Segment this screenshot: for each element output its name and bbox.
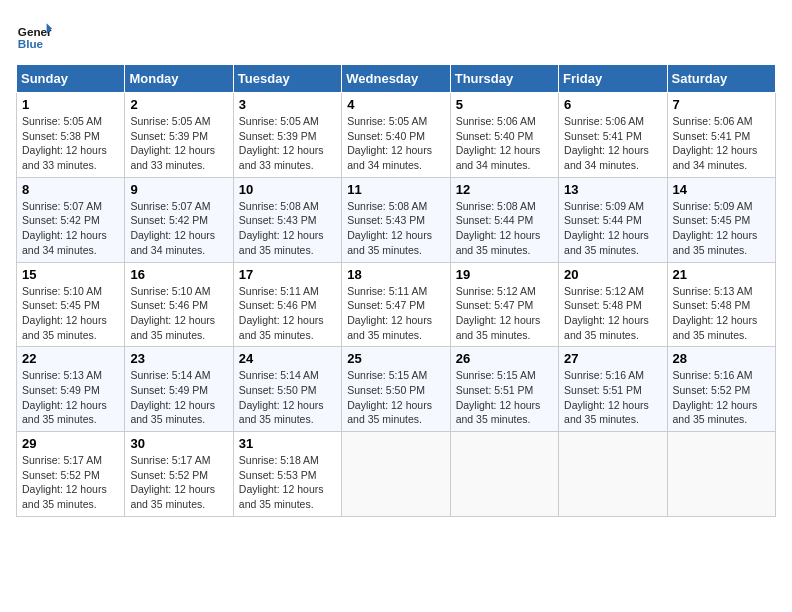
calendar-week-row: 1Sunrise: 5:05 AMSunset: 5:38 PMDaylight… [17, 93, 776, 178]
day-number: 18 [347, 267, 444, 282]
day-number: 7 [673, 97, 770, 112]
day-info: Sunrise: 5:13 AMSunset: 5:48 PMDaylight:… [673, 284, 770, 343]
day-number: 23 [130, 351, 227, 366]
day-number: 30 [130, 436, 227, 451]
day-number: 31 [239, 436, 336, 451]
day-number: 10 [239, 182, 336, 197]
day-info: Sunrise: 5:12 AMSunset: 5:47 PMDaylight:… [456, 284, 553, 343]
day-info: Sunrise: 5:11 AMSunset: 5:46 PMDaylight:… [239, 284, 336, 343]
day-info: Sunrise: 5:16 AMSunset: 5:52 PMDaylight:… [673, 368, 770, 427]
day-info: Sunrise: 5:06 AMSunset: 5:41 PMDaylight:… [564, 114, 661, 173]
day-info: Sunrise: 5:07 AMSunset: 5:42 PMDaylight:… [130, 199, 227, 258]
day-number: 16 [130, 267, 227, 282]
day-number: 21 [673, 267, 770, 282]
logo-icon: General Blue [16, 16, 52, 52]
day-info: Sunrise: 5:15 AMSunset: 5:50 PMDaylight:… [347, 368, 444, 427]
page-header: General Blue [16, 16, 776, 52]
day-info: Sunrise: 5:15 AMSunset: 5:51 PMDaylight:… [456, 368, 553, 427]
calendar-cell: 9Sunrise: 5:07 AMSunset: 5:42 PMDaylight… [125, 177, 233, 262]
day-number: 22 [22, 351, 119, 366]
day-number: 14 [673, 182, 770, 197]
day-number: 8 [22, 182, 119, 197]
svg-text:Blue: Blue [18, 37, 44, 50]
day-number: 28 [673, 351, 770, 366]
day-number: 9 [130, 182, 227, 197]
logo: General Blue [16, 16, 56, 52]
calendar-cell: 21Sunrise: 5:13 AMSunset: 5:48 PMDayligh… [667, 262, 775, 347]
day-number: 19 [456, 267, 553, 282]
day-info: Sunrise: 5:06 AMSunset: 5:41 PMDaylight:… [673, 114, 770, 173]
day-info: Sunrise: 5:14 AMSunset: 5:49 PMDaylight:… [130, 368, 227, 427]
day-number: 20 [564, 267, 661, 282]
day-info: Sunrise: 5:10 AMSunset: 5:46 PMDaylight:… [130, 284, 227, 343]
calendar-cell [559, 432, 667, 517]
calendar-cell: 23Sunrise: 5:14 AMSunset: 5:49 PMDayligh… [125, 347, 233, 432]
calendar-week-row: 8Sunrise: 5:07 AMSunset: 5:42 PMDaylight… [17, 177, 776, 262]
calendar-cell: 11Sunrise: 5:08 AMSunset: 5:43 PMDayligh… [342, 177, 450, 262]
calendar-cell: 20Sunrise: 5:12 AMSunset: 5:48 PMDayligh… [559, 262, 667, 347]
calendar-cell: 2Sunrise: 5:05 AMSunset: 5:39 PMDaylight… [125, 93, 233, 178]
calendar-cell: 10Sunrise: 5:08 AMSunset: 5:43 PMDayligh… [233, 177, 341, 262]
day-info: Sunrise: 5:18 AMSunset: 5:53 PMDaylight:… [239, 453, 336, 512]
calendar-cell: 6Sunrise: 5:06 AMSunset: 5:41 PMDaylight… [559, 93, 667, 178]
calendar-cell: 30Sunrise: 5:17 AMSunset: 5:52 PMDayligh… [125, 432, 233, 517]
day-number: 17 [239, 267, 336, 282]
day-info: Sunrise: 5:05 AMSunset: 5:40 PMDaylight:… [347, 114, 444, 173]
day-number: 27 [564, 351, 661, 366]
day-number: 13 [564, 182, 661, 197]
calendar-cell: 3Sunrise: 5:05 AMSunset: 5:39 PMDaylight… [233, 93, 341, 178]
calendar-table: SundayMondayTuesdayWednesdayThursdayFrid… [16, 64, 776, 517]
day-number: 4 [347, 97, 444, 112]
calendar-cell: 5Sunrise: 5:06 AMSunset: 5:40 PMDaylight… [450, 93, 558, 178]
calendar-cell: 18Sunrise: 5:11 AMSunset: 5:47 PMDayligh… [342, 262, 450, 347]
calendar-cell: 28Sunrise: 5:16 AMSunset: 5:52 PMDayligh… [667, 347, 775, 432]
calendar-cell: 16Sunrise: 5:10 AMSunset: 5:46 PMDayligh… [125, 262, 233, 347]
calendar-cell: 7Sunrise: 5:06 AMSunset: 5:41 PMDaylight… [667, 93, 775, 178]
calendar-cell [667, 432, 775, 517]
day-number: 29 [22, 436, 119, 451]
day-number: 2 [130, 97, 227, 112]
day-number: 1 [22, 97, 119, 112]
calendar-cell: 15Sunrise: 5:10 AMSunset: 5:45 PMDayligh… [17, 262, 125, 347]
day-info: Sunrise: 5:08 AMSunset: 5:43 PMDaylight:… [239, 199, 336, 258]
day-info: Sunrise: 5:09 AMSunset: 5:45 PMDaylight:… [673, 199, 770, 258]
calendar-cell: 8Sunrise: 5:07 AMSunset: 5:42 PMDaylight… [17, 177, 125, 262]
column-header-monday: Monday [125, 65, 233, 93]
calendar-cell: 13Sunrise: 5:09 AMSunset: 5:44 PMDayligh… [559, 177, 667, 262]
day-info: Sunrise: 5:17 AMSunset: 5:52 PMDaylight:… [22, 453, 119, 512]
column-header-sunday: Sunday [17, 65, 125, 93]
day-number: 5 [456, 97, 553, 112]
calendar-cell: 24Sunrise: 5:14 AMSunset: 5:50 PMDayligh… [233, 347, 341, 432]
day-info: Sunrise: 5:09 AMSunset: 5:44 PMDaylight:… [564, 199, 661, 258]
calendar-header-row: SundayMondayTuesdayWednesdayThursdayFrid… [17, 65, 776, 93]
calendar-cell: 12Sunrise: 5:08 AMSunset: 5:44 PMDayligh… [450, 177, 558, 262]
calendar-week-row: 29Sunrise: 5:17 AMSunset: 5:52 PMDayligh… [17, 432, 776, 517]
column-header-thursday: Thursday [450, 65, 558, 93]
column-header-tuesday: Tuesday [233, 65, 341, 93]
day-info: Sunrise: 5:13 AMSunset: 5:49 PMDaylight:… [22, 368, 119, 427]
day-info: Sunrise: 5:06 AMSunset: 5:40 PMDaylight:… [456, 114, 553, 173]
calendar-cell: 17Sunrise: 5:11 AMSunset: 5:46 PMDayligh… [233, 262, 341, 347]
day-number: 26 [456, 351, 553, 366]
column-header-wednesday: Wednesday [342, 65, 450, 93]
day-info: Sunrise: 5:12 AMSunset: 5:48 PMDaylight:… [564, 284, 661, 343]
day-number: 25 [347, 351, 444, 366]
calendar-cell: 29Sunrise: 5:17 AMSunset: 5:52 PMDayligh… [17, 432, 125, 517]
day-info: Sunrise: 5:05 AMSunset: 5:39 PMDaylight:… [130, 114, 227, 173]
calendar-cell [450, 432, 558, 517]
day-number: 15 [22, 267, 119, 282]
calendar-cell: 1Sunrise: 5:05 AMSunset: 5:38 PMDaylight… [17, 93, 125, 178]
calendar-week-row: 22Sunrise: 5:13 AMSunset: 5:49 PMDayligh… [17, 347, 776, 432]
day-info: Sunrise: 5:16 AMSunset: 5:51 PMDaylight:… [564, 368, 661, 427]
calendar-cell: 22Sunrise: 5:13 AMSunset: 5:49 PMDayligh… [17, 347, 125, 432]
day-number: 12 [456, 182, 553, 197]
day-number: 24 [239, 351, 336, 366]
calendar-cell: 14Sunrise: 5:09 AMSunset: 5:45 PMDayligh… [667, 177, 775, 262]
day-info: Sunrise: 5:11 AMSunset: 5:47 PMDaylight:… [347, 284, 444, 343]
calendar-cell: 25Sunrise: 5:15 AMSunset: 5:50 PMDayligh… [342, 347, 450, 432]
day-info: Sunrise: 5:10 AMSunset: 5:45 PMDaylight:… [22, 284, 119, 343]
day-info: Sunrise: 5:05 AMSunset: 5:38 PMDaylight:… [22, 114, 119, 173]
day-info: Sunrise: 5:08 AMSunset: 5:43 PMDaylight:… [347, 199, 444, 258]
calendar-cell: 19Sunrise: 5:12 AMSunset: 5:47 PMDayligh… [450, 262, 558, 347]
calendar-cell: 27Sunrise: 5:16 AMSunset: 5:51 PMDayligh… [559, 347, 667, 432]
